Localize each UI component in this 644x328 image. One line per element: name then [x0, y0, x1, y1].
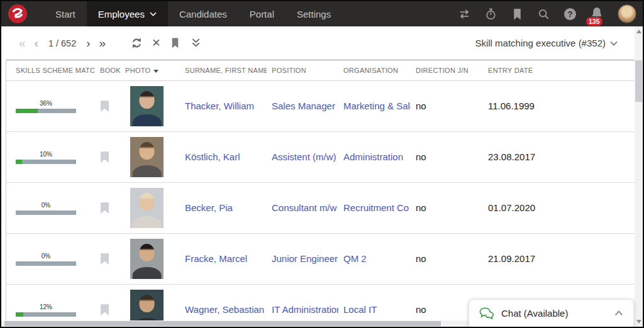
employee-photo[interactable]: [130, 137, 164, 177]
pagination: « ‹ 1 / 652 › » ✕: [19, 37, 202, 49]
close-icon[interactable]: ✕: [152, 38, 160, 48]
column-header-position[interactable]: POSITION: [267, 67, 338, 74]
employee-photo[interactable]: [130, 239, 164, 279]
help-glyph: ?: [568, 9, 573, 19]
employee-name-link[interactable]: Fracke, Marcel: [185, 253, 247, 264]
skill-match-cell: 36%: [11, 100, 95, 113]
swap-icon[interactable]: [458, 8, 470, 20]
column-header-direction[interactable]: DIRECTION J/N: [411, 67, 483, 74]
first-page-button[interactable]: «: [19, 37, 26, 49]
view-selector[interactable]: Skill matching executive (#352): [475, 38, 618, 48]
photo-cell: [120, 137, 180, 177]
column-header-entry-date[interactable]: ENTRY DATE: [483, 67, 643, 74]
sort-desc-icon: [153, 70, 158, 73]
vertical-scroll-thumb[interactable]: [635, 60, 642, 102]
employee-photo[interactable]: [130, 188, 164, 228]
brand-logo-icon[interactable]: [8, 4, 27, 23]
page-indicator: 1 / 652: [48, 38, 76, 48]
nav-icon-group: ? 135: [458, 1, 636, 26]
entry-date-value: 23.08.2017: [488, 151, 535, 162]
surname-cell: Becker, Pia: [180, 202, 267, 214]
scroll-up-arrow-icon[interactable]: [636, 30, 641, 33]
position-link[interactable]: Junior Engineer: [272, 253, 338, 264]
nav-item-candidates[interactable]: Candidates: [168, 1, 238, 26]
employee-name-link[interactable]: Becker, Pia: [185, 202, 233, 213]
help-icon[interactable]: ?: [564, 8, 576, 20]
bookmark-icon[interactable]: [100, 101, 109, 112]
organisation-cell: Marketing & Sales: [338, 101, 411, 112]
column-header-organisation[interactable]: ORGANISATION: [338, 67, 411, 74]
horizontal-scroll-thumb[interactable]: [4, 321, 441, 326]
organisation-link[interactable]: Recruitment Co: [343, 202, 409, 213]
bookmark-icon[interactable]: [511, 8, 523, 20]
direction-value: no: [416, 304, 426, 315]
chat-bubbles-icon: [479, 307, 494, 320]
skill-match-cell: 0%: [11, 202, 95, 215]
match-percent-label: 12%: [16, 303, 76, 310]
nav-item-employees[interactable]: Employees: [87, 1, 168, 26]
notifications-icon[interactable]: 135: [591, 7, 603, 21]
bookmark-icon[interactable]: [100, 304, 109, 316]
search-icon[interactable]: [538, 8, 550, 20]
surname-cell: Thacker, William: [180, 101, 267, 112]
organisation-link[interactable]: QM 2: [343, 253, 367, 264]
surname-cell: Wagner, Sebastian: [180, 304, 267, 315]
top-nav: Start Employees Candidates Portal Settin…: [1, 1, 643, 26]
employee-photo[interactable]: [130, 86, 164, 126]
chevron-down-icon: [610, 41, 618, 46]
column-header-photo[interactable]: PHOTO: [120, 67, 180, 74]
next-page-button[interactable]: ›: [86, 37, 90, 49]
chevron-up-icon[interactable]: [614, 310, 623, 316]
user-avatar[interactable]: [618, 4, 636, 23]
expand-all-icon[interactable]: [190, 37, 202, 49]
organisation-link[interactable]: Administration: [343, 151, 403, 162]
match-percent-label: 0%: [16, 253, 76, 260]
position-link[interactable]: Sales Manager: [272, 101, 335, 111]
scroll-down-arrow-icon[interactable]: [636, 320, 641, 324]
nav-item-start[interactable]: Start: [44, 1, 87, 26]
view-selector-label: Skill matching executive (#352): [475, 38, 606, 48]
table-header: SKILLS SCHEME MATCHI BOOKMARK PHOTO SURN…: [6, 60, 643, 81]
skill-match-cell: 0%: [11, 253, 95, 266]
position-link[interactable]: Consultant m/w: [272, 202, 336, 213]
entry-date-cell: 01.07.2020: [483, 202, 643, 214]
position-cell: Sales Manager: [267, 101, 338, 112]
column-header-surname[interactable]: SURNAME, FIRST NAME (: [180, 67, 267, 74]
bookmark-cell: [95, 253, 120, 265]
organisation-cell: QM 2: [338, 253, 411, 265]
employee-name-link[interactable]: Thacker, William: [185, 101, 254, 111]
bookmark-icon[interactable]: [100, 253, 109, 265]
bookmark-icon[interactable]: [100, 202, 109, 214]
app-window: Start Employees Candidates Portal Settin…: [0, 0, 644, 328]
position-link[interactable]: Assistent (m/w): [272, 151, 336, 162]
direction-cell: no: [411, 253, 483, 265]
chat-widget[interactable]: Chat (Available): [469, 299, 634, 327]
table-row: 10% Köstlich, Karl Assistent (m/w): [6, 132, 643, 183]
prev-page-button[interactable]: ‹: [35, 37, 38, 49]
stopwatch-icon[interactable]: [485, 8, 497, 20]
nav-label: Candidates: [179, 9, 227, 19]
table-row: 0% Fracke, Marcel Junior Engineer: [6, 234, 643, 285]
column-header-label: PHOTO: [125, 67, 150, 74]
organisation-link[interactable]: Local IT: [343, 304, 377, 315]
last-page-button[interactable]: »: [99, 37, 106, 49]
employee-name-link[interactable]: Wagner, Sebastian: [185, 304, 264, 315]
column-header-bookmark[interactable]: BOOKMARK: [95, 67, 120, 74]
vertical-scrollbar[interactable]: [635, 26, 643, 327]
refresh-icon[interactable]: [131, 37, 143, 49]
position-link[interactable]: IT Administration: [272, 304, 338, 315]
direction-cell: no: [411, 151, 483, 163]
nav-item-portal[interactable]: Portal: [238, 1, 286, 26]
bookmark-icon[interactable]: [169, 37, 181, 49]
nav-item-settings[interactable]: Settings: [286, 1, 342, 26]
direction-value: no: [416, 202, 426, 213]
column-header-skills[interactable]: SKILLS SCHEME MATCHI: [11, 67, 95, 74]
employee-name-link[interactable]: Köstlich, Karl: [185, 151, 240, 162]
bookmark-icon[interactable]: [100, 151, 109, 163]
match-fill: [16, 109, 38, 113]
organisation-link[interactable]: Marketing & Sales: [343, 101, 411, 111]
position-cell: Assistent (m/w): [267, 151, 338, 163]
match-progressbar: [16, 210, 76, 215]
photo-cell: [120, 188, 180, 228]
direction-cell: no: [411, 101, 483, 112]
